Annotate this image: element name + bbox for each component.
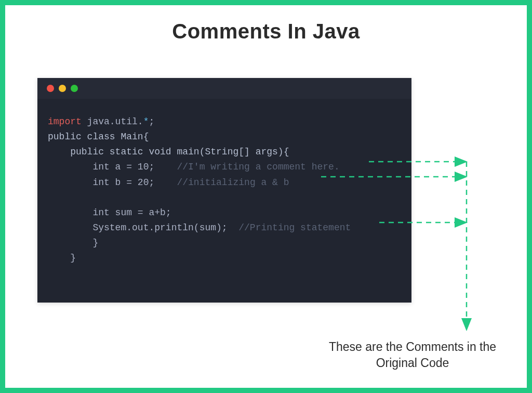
code-line: }: [48, 251, 401, 266]
code-line: int a = 10; //I'm writing a comment here…: [48, 160, 401, 175]
code-line: public class Main{: [48, 129, 401, 145]
code-line: [48, 190, 401, 205]
code-line: int sum = a+b;: [48, 205, 401, 220]
code-line: }: [48, 235, 401, 251]
minimize-icon: [59, 85, 66, 92]
code-window: import java.util.*;public class Main{ pu…: [37, 78, 411, 303]
close-icon: [47, 85, 54, 92]
window-titlebar: [37, 78, 411, 99]
code-line: System.out.println(sum); //Printing stat…: [48, 220, 401, 235]
annotation-caption: These are the Comments in the Original C…: [327, 339, 498, 371]
code-line: import java.util.*;: [48, 114, 401, 129]
code-body: import java.util.*;public class Main{ pu…: [37, 99, 411, 277]
code-line: public static void main(String[] args){: [48, 145, 401, 160]
page-title: Comments In Java: [5, 20, 527, 43]
maximize-icon: [71, 85, 78, 92]
code-line: int b = 20; //initializing a & b: [48, 175, 401, 190]
diagram-frame: Comments In Java import java.util.*;publ…: [0, 0, 532, 393]
